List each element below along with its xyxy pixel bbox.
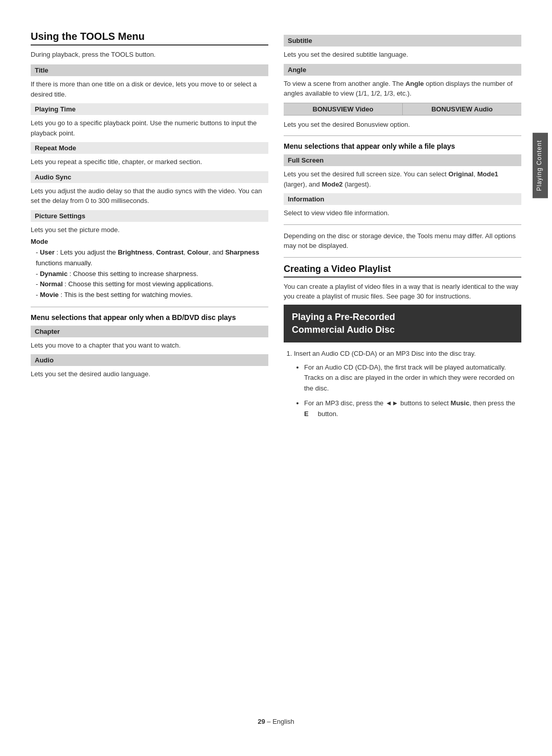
list-item: For an MP3 disc, press the ◄► buttons to… (304, 398, 521, 420)
audio-body: Lets you set the desired audio language. (31, 369, 268, 379)
title-body: If there is more than one title on a dis… (31, 79, 268, 99)
right-column: Playing Content Subtitle Lets you set th… (284, 31, 521, 697)
chapter-header: Chapter (31, 326, 268, 337)
full-screen-header: Full Screen (284, 154, 521, 166)
picture-settings-body: Lets you set the picture mode. (31, 225, 268, 235)
pre-recorded-bullets: For an Audio CD (CD-DA), the first track… (294, 362, 521, 420)
angle-body: To view a scene from another angle. The … (284, 79, 521, 99)
playing-time-header: Playing Time (31, 103, 268, 115)
list-item: For an Audio CD (CD-DA), the first track… (304, 362, 521, 394)
pre-recorded-header: Playing a Pre-Recorded Commercial Audio … (284, 305, 521, 342)
title-header: Title (31, 64, 268, 76)
playing-time-body: Lets you go to a specific playback point… (31, 118, 268, 138)
mode-label: Mode (31, 238, 268, 245)
bonusview-body: Lets you set the desired Bonusview optio… (284, 120, 521, 130)
section-intro: During playback, press the TOOLS button. (31, 51, 268, 58)
list-item: Normal : Choose this setting for most vi… (36, 279, 268, 290)
repeat-mode-header: Repeat Mode (31, 142, 268, 154)
full-screen-body: Lets you set the desired full screen siz… (284, 169, 521, 189)
subtitle-body: Lets you set the desired subtitle langua… (284, 50, 521, 60)
list-item: Insert an Audio CD (CD-DA) or an MP3 Dis… (294, 349, 521, 420)
subtitle-header: Subtitle (284, 35, 521, 47)
video-playlist-title: Creating a Video Playlist (284, 264, 521, 274)
audio-header: Audio (31, 354, 268, 366)
video-playlist-body: You can create a playlist of video files… (284, 282, 521, 302)
information-body: Select to view video file information. (284, 208, 521, 218)
picture-settings-header: Picture Settings (31, 210, 268, 222)
bonusview-video: BONUSVIEW Video (284, 103, 403, 115)
list-item: Movie : This is the best setting for wat… (36, 290, 268, 301)
audio-sync-header: Audio Sync (31, 171, 268, 183)
mode-list: User : Lets you adjust the Brightness, C… (31, 247, 268, 301)
bonusview-row: BONUSVIEW Video BONUSVIEW Audio (284, 103, 521, 116)
repeat-mode-body: Lets you repeat a specific title, chapte… (31, 157, 268, 167)
list-item: User : Lets you adjust the Brightness, C… (36, 247, 268, 269)
page-footer: 29 – English (31, 713, 521, 725)
menu-sel-bd-heading: Menu selections that appear only when a … (31, 313, 268, 322)
page-number: 29 – English (258, 718, 294, 725)
playing-content-tab: Playing Content (533, 133, 548, 198)
audio-sync-body: Lets you adjust the audio delay so that … (31, 186, 268, 206)
list-item: Dynamic : Choose this setting to increas… (36, 269, 268, 280)
menu-sel-file-heading: Menu selections that appear only while a… (284, 142, 521, 150)
disclaimer: Depending on the disc or storage device,… (284, 231, 521, 251)
section-title: Using the TOOLS Menu (31, 31, 268, 42)
left-column: Using the TOOLS Menu During playback, pr… (31, 31, 268, 697)
chapter-body: Lets you move to a chapter that you want… (31, 340, 268, 351)
angle-header: Angle (284, 64, 521, 76)
bonusview-audio: BONUSVIEW Audio (403, 103, 521, 115)
pre-recorded-steps: Insert an Audio CD (CD-DA) or an MP3 Dis… (284, 349, 521, 420)
information-header: Information (284, 193, 521, 205)
page: Using the TOOLS Menu During playback, pr… (0, 0, 552, 756)
